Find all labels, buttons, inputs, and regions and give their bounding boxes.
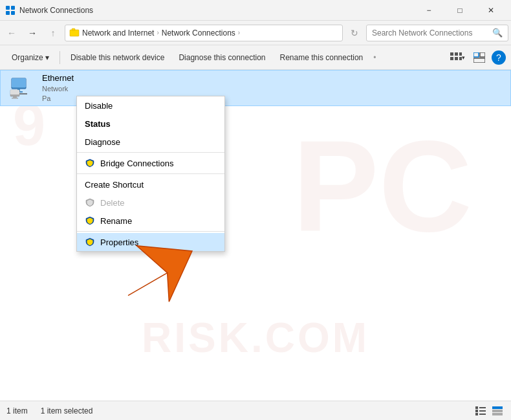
svg-rect-29 — [479, 410, 486, 412]
file-item-text: Ethernet Network Pa — [42, 72, 74, 104]
svg-rect-3 — [11, 11, 15, 15]
file-item-sub2: Pa — [42, 94, 74, 104]
minimize-button[interactable]: − — [414, 0, 444, 21]
forward-button[interactable]: → — [23, 24, 41, 42]
svg-rect-12 — [473, 52, 479, 57]
disable-button[interactable]: Disable this network device — [64, 48, 171, 67]
svg-rect-20 — [10, 90, 19, 94]
rename-button[interactable]: Rename this connection — [274, 48, 370, 67]
layout-button[interactable] — [470, 48, 489, 67]
ctx-diagnose[interactable]: Diagnose — [77, 133, 224, 151]
svg-rect-27 — [475, 413, 478, 415]
title-bar: Network Connections − □ ✕ — [0, 0, 511, 21]
svg-rect-0 — [6, 6, 10, 10]
svg-rect-9 — [450, 57, 453, 60]
views-arrow: ▾ — [462, 54, 465, 61]
window-title: Network Connections — [19, 6, 414, 15]
svg-rect-4 — [70, 30, 79, 36]
views-icon — [450, 52, 462, 63]
search-input[interactable] — [372, 28, 488, 38]
ctx-shortcut-label: Create Shortcut — [85, 180, 144, 190]
toolbar-sep1 — [60, 51, 60, 64]
watermark-pc: PC — [292, 122, 472, 251]
context-menu: Disable Status Diagnose Bridge Connectio… — [76, 96, 225, 252]
shield-icon-delete — [85, 197, 95, 208]
svg-rect-10 — [455, 57, 458, 60]
svg-rect-26 — [475, 410, 478, 412]
ctx-rename[interactable]: Rename — [77, 212, 224, 230]
views-button[interactable]: ▾ — [448, 48, 467, 67]
window-icon — [5, 5, 16, 16]
title-controls: − □ ✕ — [414, 0, 506, 21]
close-button[interactable]: ✕ — [476, 0, 506, 21]
svg-rect-33 — [492, 413, 503, 415]
selected-count: 1 item selected — [41, 406, 93, 415]
watermark-text: RISK.COM — [142, 314, 369, 362]
ctx-disable[interactable]: Disable — [77, 96, 224, 115]
help-button[interactable]: ? — [492, 50, 506, 65]
toolbar: Organize ▾ Disable this network device D… — [0, 45, 511, 70]
ctx-delete-label: Delete — [100, 198, 125, 208]
breadcrumb-item-current: Network Connections — [162, 28, 235, 38]
item-count: 1 item — [6, 406, 28, 415]
ctx-properties-label: Properties — [100, 238, 138, 247]
address-bar: ← → ↑ Network and Internet › Network Con… — [0, 21, 511, 45]
toolbar-dot: • — [373, 53, 376, 62]
svg-rect-13 — [480, 52, 485, 57]
svg-rect-30 — [479, 414, 486, 415]
up-button[interactable]: ↑ — [44, 24, 62, 42]
svg-rect-6 — [450, 52, 453, 56]
breadcrumb-icon — [69, 28, 80, 38]
svg-rect-14 — [473, 58, 485, 63]
ctx-rename-label: Rename — [100, 216, 132, 226]
refresh-button[interactable]: ↻ — [345, 24, 364, 42]
svg-rect-31 — [492, 406, 503, 409]
status-bar: 1 item 1 item selected — [0, 401, 511, 420]
breadcrumb-item: Network and Internet — [82, 28, 154, 38]
layout-icon — [473, 52, 485, 63]
maximize-button[interactable]: □ — [445, 0, 475, 21]
svg-rect-32 — [492, 410, 503, 412]
svg-rect-1 — [11, 6, 15, 10]
svg-rect-21 — [13, 96, 17, 98]
ctx-status[interactable]: Status — [77, 115, 224, 133]
ctx-properties[interactable]: Properties — [77, 233, 224, 251]
view-list-button[interactable] — [473, 404, 488, 418]
breadcrumb-sep2: › — [238, 29, 240, 36]
shield-icon-bridge — [85, 158, 95, 168]
ctx-delete: Delete — [77, 193, 224, 212]
svg-rect-5 — [72, 28, 75, 30]
view-controls — [473, 404, 505, 418]
back-button[interactable]: ← — [3, 24, 21, 42]
svg-rect-16 — [12, 78, 26, 87]
ctx-sep1 — [77, 152, 224, 153]
search-icon: 🔍 — [492, 28, 503, 38]
view-details-button[interactable] — [490, 404, 505, 418]
diagnose-button[interactable]: Diagnose this connection — [172, 48, 272, 67]
svg-rect-25 — [475, 406, 478, 409]
ctx-status-label: Status — [85, 119, 111, 129]
svg-rect-28 — [479, 407, 486, 408]
svg-rect-7 — [455, 52, 458, 56]
ctx-sep3 — [77, 231, 224, 232]
ctx-diagnose-label: Diagnose — [85, 137, 120, 147]
shield-icon-rename — [85, 216, 95, 226]
breadcrumb[interactable]: Network and Internet › Network Connectio… — [65, 25, 343, 41]
ctx-bridge[interactable]: Bridge Connections — [77, 154, 224, 172]
file-item-name: Ethernet — [42, 72, 74, 84]
organize-button[interactable]: Organize ▾ — [5, 48, 56, 67]
svg-rect-22 — [12, 98, 18, 99]
ctx-disable-label: Disable — [85, 101, 113, 111]
breadcrumb-sep: › — [157, 29, 158, 36]
file-item-sub: Network — [42, 84, 74, 94]
main-content: PC RISK.COM 9 Ethernet Network — [0, 70, 511, 401]
ethernet-icon — [8, 75, 34, 101]
shield-icon-properties — [85, 237, 95, 247]
svg-rect-2 — [6, 11, 10, 15]
search-bar[interactable]: 🔍 — [366, 25, 508, 41]
ctx-bridge-label: Bridge Connections — [100, 159, 173, 168]
ctx-shortcut[interactable]: Create Shortcut — [77, 175, 224, 193]
ctx-sep2 — [77, 173, 224, 174]
